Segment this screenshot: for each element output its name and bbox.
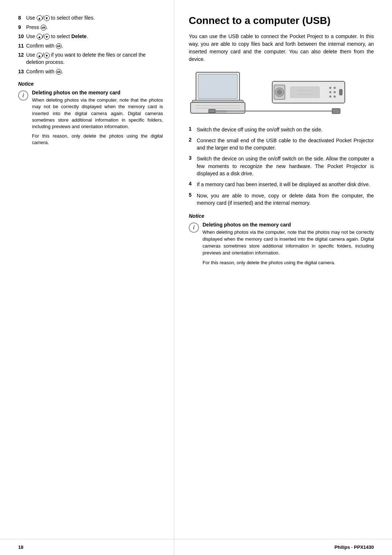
step-10-text: Use ▲/▼ to select Delete. <box>26 33 88 40</box>
step-12: 12 Use ▲/▼ if you want to delete the fil… <box>18 52 163 66</box>
step-10: 10 Use ▲/▼ to select Delete. <box>18 33 163 40</box>
right-column: Connect to a computer (USB) You can use … <box>174 0 392 555</box>
step-12-text: Use ▲/▼ if you want to delete the files … <box>26 52 163 66</box>
left-column: 8 Use ▲/▼ to select other files. 9 Press… <box>0 0 174 555</box>
info-icon-right: i <box>189 223 199 233</box>
up-arrow-icon: ▲ <box>37 15 42 21</box>
notice-left-label: Notice <box>18 81 163 87</box>
svg-point-11 <box>329 87 331 89</box>
section-title: Connect to a computer (USB) <box>189 15 374 27</box>
step-8-num: 8 <box>18 15 26 22</box>
svg-point-15 <box>329 95 331 98</box>
step-9-text: Press ok. <box>26 24 48 31</box>
notice-left-body-2: For this reason, only delete the photos … <box>32 133 163 146</box>
step-right-2-text: Connect the small end of the USB cable t… <box>197 137 374 152</box>
svg-point-16 <box>334 95 336 98</box>
svg-rect-1 <box>198 74 237 99</box>
step-9: 9 Press ok. <box>18 24 163 31</box>
info-icon-left: i <box>18 90 28 101</box>
step-11-text: Confirm with ok. <box>26 42 63 50</box>
up-arrow-icon-10: ▲ <box>37 34 42 40</box>
svg-rect-18 <box>290 87 319 98</box>
svg-point-13 <box>329 91 331 93</box>
svg-rect-17 <box>339 89 342 95</box>
ok-badge-13: ok <box>56 69 62 75</box>
notice-right-title: Deleting photos on the memory card <box>203 222 374 228</box>
step-right-1-num: 1 <box>189 126 195 132</box>
down-arrow-icon: ▼ <box>44 15 50 21</box>
step-13-num: 13 <box>18 68 26 76</box>
step-13: 13 Confirm with ok. <box>18 68 163 76</box>
step-right-4-text: If a memory card has been inserted, it w… <box>197 181 370 188</box>
svg-point-14 <box>334 91 336 93</box>
svg-point-12 <box>334 87 336 89</box>
down-arrow-icon-10: ▼ <box>44 34 50 40</box>
notice-right-body-2: For this reason, only delete the photos … <box>203 260 374 266</box>
step-11: 11 Confirm with ok. <box>18 42 163 50</box>
page: 8 Use ▲/▼ to select other files. 9 Press… <box>0 0 392 555</box>
notice-right: Notice i Deleting photos on the memory c… <box>189 213 374 266</box>
laptop-graphic <box>191 72 245 113</box>
down-arrow-icon-12: ▼ <box>44 53 50 58</box>
step-right-4: 4 If a memory card has been inserted, it… <box>189 181 374 188</box>
step-right-5: 5 Now, you are able to move, copy or del… <box>189 192 374 207</box>
notice-right-body-1: When deleting photos via the computer, n… <box>203 229 374 256</box>
usb-diagram <box>189 70 374 119</box>
notice-left-body-1: When deleting photos via the computer, n… <box>32 97 163 130</box>
notice-left: Notice i Deleting photos on the memory c… <box>18 81 163 146</box>
footer-brand: Philips · PPX1430 <box>335 544 374 550</box>
notice-left-box: i Deleting photos on the memory card Whe… <box>18 90 163 146</box>
svg-rect-21 <box>209 109 215 113</box>
step-8: 8 Use ▲/▼ to select other files. <box>18 15 163 22</box>
footer-page-num: 18 <box>18 544 23 550</box>
intro-text: You can use the USB cable to connect the… <box>189 33 374 63</box>
ok-badge-9: ok <box>41 25 46 30</box>
step-right-5-num: 5 <box>189 192 195 198</box>
step-right-2: 2 Connect the small end of the USB cable… <box>189 137 374 152</box>
step-right-4-num: 4 <box>189 181 195 187</box>
up-arrow-icon-12: ▲ <box>37 53 42 58</box>
step-12-num: 12 <box>18 52 26 59</box>
notice-right-box: i Deleting photos on the memory card Whe… <box>189 222 374 266</box>
page-footer: 18 Philips · PPX1430 <box>0 539 392 555</box>
notice-right-label: Notice <box>189 213 374 219</box>
step-11-num: 11 <box>18 42 26 50</box>
step-right-2-num: 2 <box>189 137 195 143</box>
ok-badge-11: ok <box>56 43 62 49</box>
step-8-text: Use ▲/▼ to select other files. <box>26 15 95 22</box>
step-right-3: 3 Switch the device on using the on/off … <box>189 155 374 177</box>
step-9-num: 9 <box>18 24 26 31</box>
steps-right: 1 Switch the device off using the on/off… <box>189 126 374 207</box>
usb-diagram-svg <box>189 70 370 118</box>
step-right-1-text: Switch the device off using the on/off s… <box>197 126 323 133</box>
svg-rect-23 <box>332 109 340 114</box>
notice-left-content: Deleting photos on the memory card When … <box>32 90 163 146</box>
svg-point-10 <box>277 90 282 94</box>
step-right-3-num: 3 <box>189 155 195 161</box>
step-right-5-text: Now, you are able to move, copy or delet… <box>197 192 374 207</box>
notice-right-content: Deleting photos on the memory card When … <box>203 222 374 266</box>
step-right-1: 1 Switch the device off using the on/off… <box>189 126 374 133</box>
step-13-text: Confirm with ok. <box>26 68 63 76</box>
step-10-num: 10 <box>18 33 26 40</box>
projector-graphic <box>272 81 345 103</box>
notice-left-title: Deleting photos on the memory card <box>32 90 163 95</box>
step-right-3-text: Switch the device on using the on/off sw… <box>197 155 374 177</box>
